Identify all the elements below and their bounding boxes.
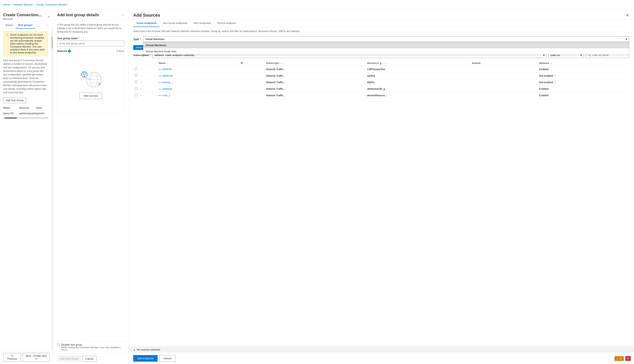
notification-count: 10 — [619, 357, 622, 360]
disable-test-group-checkbox[interactable] — [57, 343, 60, 346]
svg-line-8 — [84, 77, 91, 80]
vm-name-0[interactable]: DtlNPM... — [163, 68, 174, 71]
right-title: Add Sources — [133, 13, 160, 18]
col-subnet-header: Subnet ↑↓ — [470, 60, 538, 66]
row-name: DemoTG — [3, 112, 19, 115]
info-text: Each test group in Connection Monitor de… — [3, 58, 48, 94]
globe-illustration — [77, 69, 105, 88]
sidebar: Create Connection... Microsoft « Basics … — [0, 10, 53, 364]
scrollbar-thumb-v[interactable] — [51, 37, 53, 48]
no-sources-bar[interactable]: ▲ No sources selected — [128, 346, 634, 353]
vm-ip-4 — [239, 92, 264, 98]
vm-ip-3 — [239, 86, 264, 92]
table-row: › ⟺ testing_... Network Traffic... MyRG … — [133, 79, 629, 86]
type-option-vm[interactable]: Virtual Machines — [143, 42, 629, 48]
main-layout: Create Connection... Microsoft « Basics … — [0, 10, 634, 364]
warning-triangle-icon: ⚠ — [554, 74, 556, 77]
right-footer: Add endpoints Cancel — [128, 353, 634, 364]
table-row: DemoTG aahilvnet(aahilrg) Anim — [3, 111, 48, 116]
type-dropdown-wrapper: Virtual Machines ▾ Virtual Machines Virt… — [143, 36, 629, 42]
vm-ip-0 — [239, 66, 264, 72]
row-checkbox-0[interactable] — [135, 68, 137, 70]
vm-name-2[interactable]: testing_... — [163, 81, 174, 84]
test-group-name-input[interactable] — [57, 40, 124, 46]
sort-subnet-icon[interactable]: ↑↓ — [482, 62, 484, 64]
warning-box: ⚠ Some endpoints do not have monitoring … — [3, 31, 48, 56]
vm-icon-0: ⟺ — [159, 68, 162, 71]
cancel-right-button[interactable]: Cancel — [159, 355, 175, 362]
previous-button[interactable]: << Previous — [3, 353, 21, 362]
cancel-middle-button[interactable]: Cancel — [83, 356, 96, 362]
breadcrumb-create-connection-monitor[interactable]: Create Connection Monitor — [36, 3, 67, 6]
row-sources: aahilvnet(aahilrg) — [19, 112, 39, 115]
table-header: Name Sources Dest — [3, 106, 48, 110]
endpoint-tabs: Azure endpoints Non-Azure endpoints ARC … — [133, 20, 629, 27]
table-row: › ⟺ vnet_1 Network Traffic... deveshReso… — [133, 92, 629, 98]
vm-icon-4: ⟺ — [159, 94, 162, 97]
row-dest: Anim — [39, 112, 51, 115]
vm-network-1: Not enabled ⚠ — [537, 72, 629, 79]
type-option-vmss[interactable]: Virtual Machine Scale Sets — [143, 48, 629, 54]
vm-name-3[interactable]: abhilash. — [163, 87, 173, 90]
right-content: Azure endpoints Non-Azure endpoints ARC … — [128, 20, 634, 346]
no-sources-label: No sources selected — [137, 348, 160, 351]
tab-azure-endpoints[interactable]: Azure endpoints — [133, 20, 160, 27]
vertical-scrollbar[interactable] — [51, 29, 53, 350]
horizontal-scrollbar[interactable] — [3, 117, 48, 119]
col-sources: Sources — [19, 106, 36, 109]
notification-badge[interactable]: ⚠ 10 — [614, 356, 624, 361]
vm-rg-4: deveshResourc... — [366, 92, 470, 98]
vm-name-4[interactable]: vnet_1 — [163, 94, 170, 97]
add-sources-button[interactable]: Add sources — [79, 92, 102, 99]
scrollbar-thumb[interactable] — [5, 117, 17, 119]
sort-rg-icon[interactable]: ↑↓ — [384, 62, 386, 64]
type-dropdown-menu: Virtual Machines Virtual Machine Scale S… — [143, 42, 629, 55]
row-checkbox-2[interactable] — [135, 80, 137, 83]
col-network-header: Network ... — [537, 60, 629, 66]
warning-icon: ⚠ — [6, 33, 9, 54]
row-checkbox-3[interactable] — [135, 87, 137, 90]
expand-row-1[interactable]: › — [141, 74, 142, 77]
breadcrumb-bar: Home › Network Watcher › Create Connecti… — [0, 0, 634, 10]
type-dropdown[interactable]: Virtual Machines ▾ — [143, 36, 629, 42]
row-checkbox-1[interactable] — [135, 74, 137, 77]
expand-row-2[interactable]: › — [141, 81, 142, 84]
expand-row-0[interactable]: › — [141, 68, 142, 71]
add-test-group-footer-button: Add Test Group — [57, 356, 81, 362]
expand-row-4[interactable]: › — [141, 94, 142, 97]
tab-arc-endpoints[interactable]: ARC endpoints — [190, 20, 214, 27]
sources-count: 0 Items — [117, 50, 124, 52]
vm-subnet-0 — [470, 66, 538, 72]
breadcrumb-network-watcher[interactable]: Network Watcher — [13, 3, 33, 6]
vm-name-1[interactable]: aahilvnet — [163, 74, 173, 77]
close-right-panel-button[interactable]: ✕ — [626, 13, 629, 18]
expand-row-3[interactable]: › — [141, 88, 142, 90]
vm-ip-2 — [239, 79, 264, 86]
tab-basics[interactable]: Basics — [3, 22, 16, 28]
sidebar-more-button[interactable]: ··· — [45, 22, 50, 28]
sidebar-collapse-button[interactable]: « — [48, 15, 50, 18]
add-endpoints-button[interactable]: Add endpoints — [133, 355, 158, 362]
tab-recent-endpoint[interactable]: Recent endpoint — [214, 20, 239, 27]
sort-sub-icon[interactable]: ↑↓ — [282, 62, 284, 64]
warning-notif-icon: ⚠ — [616, 357, 618, 360]
vm-table: Name ↑↓ IP Subscripti... ↑↓ Resource g..… — [133, 60, 629, 98]
add-test-group-button[interactable]: Add Test Group — [3, 98, 26, 103]
vm-network-2: Not enabled ⚠ — [537, 79, 629, 86]
disable-sublabel: While creating the Connection Monitor, i… — [61, 346, 124, 351]
breadcrumb-home[interactable]: Home — [3, 3, 10, 6]
right-panel: Add Sources ✕ Azure endpoints Non-Azure … — [128, 10, 634, 364]
next-button[interactable]: Next : Create alert >> — [23, 353, 50, 362]
sidebar-content: ⚠ Some endpoints do not have monitoring … — [0, 29, 51, 350]
warning-text: Some endpoints do not have monitoring ex… — [10, 33, 46, 54]
warning-triangle-icon: ⚠ — [554, 80, 556, 84]
vm-subscription-0: Network Traffic... — [264, 66, 366, 72]
sort-name-icon[interactable]: ↑↓ — [167, 62, 169, 64]
tab-test-groups[interactable]: Test groups — [16, 22, 35, 28]
close-notification-button[interactable]: ✕ — [625, 356, 631, 361]
tab-non-azure-endpoints[interactable]: Non-Azure endpoints — [160, 20, 190, 27]
row-checkbox-4[interactable] — [135, 94, 137, 96]
middle-more-button[interactable]: ··· — [121, 13, 124, 17]
type-label: Type * — [133, 38, 141, 40]
sources-info-icon[interactable]: i — [68, 50, 71, 52]
